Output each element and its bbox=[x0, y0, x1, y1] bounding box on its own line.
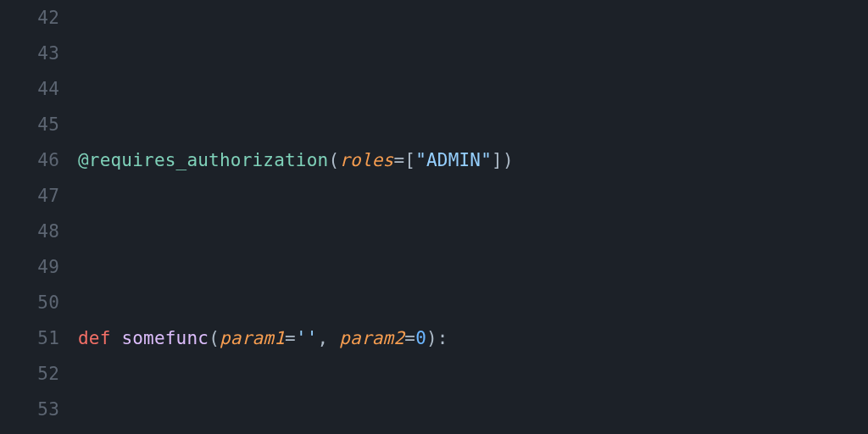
line-number: 53 bbox=[0, 392, 59, 427]
line-number-gutter: 42 43 44 45 46 47 48 49 50 51 52 53 bbox=[0, 0, 78, 434]
line-number: 49 bbox=[0, 249, 59, 285]
decorator-at: @ bbox=[78, 150, 89, 170]
param: param2 bbox=[339, 328, 404, 348]
line-number: 52 bbox=[0, 356, 59, 392]
decorator-name: requires_authorization bbox=[89, 150, 329, 170]
keyword-def: def bbox=[78, 328, 111, 348]
string-literal: "ADMIN" bbox=[415, 150, 492, 170]
kwarg-roles: roles bbox=[339, 150, 393, 170]
line-number: 43 bbox=[0, 36, 59, 71]
line-number: 48 bbox=[0, 214, 59, 249]
code-editor[interactable]: 42 43 44 45 46 47 48 49 50 51 52 53 @req… bbox=[0, 0, 868, 434]
line-number: 46 bbox=[0, 142, 59, 178]
line-number: 51 bbox=[0, 320, 59, 356]
line-number: 50 bbox=[0, 285, 59, 320]
code-line[interactable]: def somefunc(param1='', param2=0): bbox=[78, 320, 851, 356]
function-name: somefunc bbox=[121, 328, 209, 348]
line-number: 44 bbox=[0, 71, 59, 107]
line-number: 47 bbox=[0, 178, 59, 214]
line-number: 45 bbox=[0, 107, 59, 142]
param: param1 bbox=[220, 328, 285, 348]
code-line[interactable]: @requires_authorization(roles=["ADMIN"]) bbox=[78, 142, 851, 178]
code-area[interactable]: @requires_authorization(roles=["ADMIN"])… bbox=[78, 0, 868, 434]
line-number: 42 bbox=[0, 0, 59, 36]
